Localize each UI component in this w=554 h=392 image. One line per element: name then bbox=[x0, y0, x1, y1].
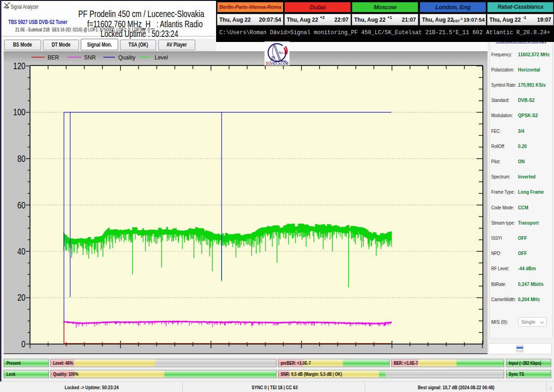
svg-text:40: 40 bbox=[17, 246, 25, 256]
svg-text:100: 100 bbox=[13, 107, 25, 117]
svg-text:60: 60 bbox=[17, 200, 25, 210]
svg-text:20: 20 bbox=[17, 292, 25, 303]
svg-text:0: 0 bbox=[21, 339, 25, 349]
svg-text:DXSATCS.COM: DXSATCS.COM bbox=[266, 61, 289, 65]
svg-text:120: 120 bbox=[13, 61, 25, 71]
svg-text:80: 80 bbox=[17, 154, 25, 164]
